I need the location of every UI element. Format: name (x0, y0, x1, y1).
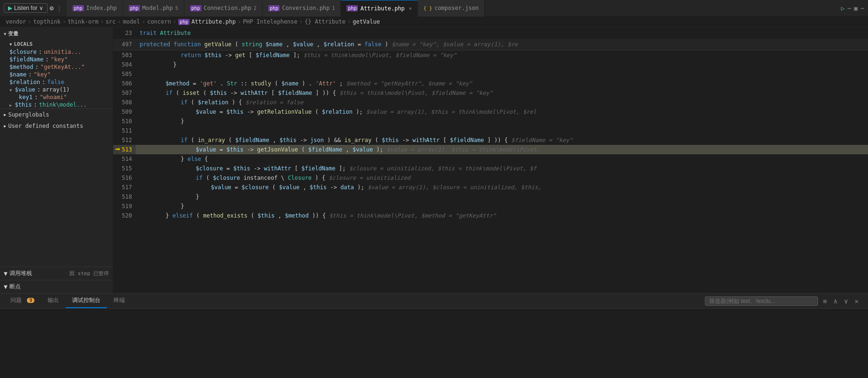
arrow-down-icon: ▼ (4, 32, 6, 36)
bc-attribute-php[interactable]: Attribute.php (191, 18, 236, 25)
var-name-row[interactable]: $name : "key" (0, 71, 113, 78)
var-closure[interactable]: $closure : uninitia... (0, 48, 113, 56)
tab-output[interactable]: 输出 (41, 294, 66, 308)
gutter-506: 506 (113, 79, 136, 88)
var-colon: : (42, 79, 45, 85)
var-fieldname[interactable]: $fieldName : "key" (0, 56, 113, 63)
var-method[interactable]: $method : "getKeyAt..." (0, 63, 113, 71)
split-icon[interactable]: ⋯ (848, 5, 851, 12)
bc-thinkorm[interactable]: think-orm (68, 18, 99, 25)
chevron-down-icon: ∨ (39, 5, 43, 11)
tab-debug-console[interactable]: 调试控制台 (66, 294, 107, 308)
breadcrumb: vendor › topthink › think-orm › src › mo… (0, 17, 868, 27)
bc-concern[interactable]: concern (147, 18, 171, 25)
var-name: $value (15, 86, 35, 93)
content-506: $method = 'get' . Str :: studly ( $name … (136, 79, 868, 88)
var-relation2: $relation (198, 99, 228, 106)
punc-p14: )) { (494, 137, 508, 143)
play-icon: ▶ (8, 5, 12, 11)
code-scroll[interactable]: 503 return $this -> get [ $fieldName ]; … (113, 50, 868, 293)
line-content-497: protected function getValue ( string $na… (136, 40, 868, 49)
layout-icon[interactable]: ▣ (854, 5, 858, 12)
bottom-content (0, 309, 868, 378)
var-value-key1[interactable]: key1 : "whoami" (0, 93, 113, 101)
tab-problems[interactable]: 问题 9 (4, 294, 41, 308)
var-fn5: $fieldName (308, 146, 342, 153)
gear-icon[interactable]: ⚙ (50, 4, 53, 12)
list-icon[interactable]: ≡ (821, 296, 828, 306)
sep6: › (173, 18, 176, 25)
tab-attribute[interactable]: php Attribute.php ✕ (341, 0, 418, 17)
gutter-503: 503 (113, 50, 136, 60)
var-this[interactable]: ▶ $this : think\model... (0, 101, 113, 109)
var-name: $closure (9, 49, 37, 55)
bc-topthink[interactable]: topthink (33, 18, 61, 25)
locals-section-header[interactable]: ▼ Locals (0, 38, 113, 48)
bc-getvalue[interactable]: getValue (353, 18, 380, 25)
content-515: $closure = $this -> withAttr [ $fieldNam… (136, 164, 868, 173)
punc-b4: ] (488, 137, 491, 143)
arrow-right-icon: ▶ (9, 103, 12, 108)
content-509: $value = $this -> getRelationValue ( $re… (136, 107, 868, 117)
bc-vendor[interactable]: vendor (6, 18, 26, 25)
var-value-row[interactable]: ▼ $value : array(1) (0, 86, 113, 93)
arrow-down-icon[interactable]: ∨ (842, 296, 850, 306)
prop-data: data (340, 184, 354, 191)
tab-index[interactable]: php Index.php (67, 0, 123, 17)
arrow-up-icon[interactable]: ∧ (832, 296, 839, 306)
content-519: } (136, 202, 868, 211)
bc-src[interactable]: src (106, 18, 116, 25)
punc-b5: [ (295, 165, 298, 172)
fn-signature-bar: 497 protected function getValue ( string… (113, 39, 868, 50)
bc-attribute-ns[interactable]: {} Attribute (305, 18, 346, 25)
var-method3: $method (285, 212, 309, 219)
var-value4: $value (353, 146, 373, 153)
punc: [ (249, 52, 252, 59)
tab-model[interactable]: php Model.php 5 (123, 0, 184, 17)
run-icon[interactable]: ▷ (841, 5, 845, 12)
gutter-513: ⮕513 (113, 145, 136, 154)
var-this6: $this (382, 137, 399, 143)
tab-composer[interactable]: { } composer.json (418, 0, 485, 17)
more-icon[interactable]: ⋯ (860, 5, 864, 12)
op-backslash: \ (281, 175, 284, 181)
content-508: if ( $relation ) { $relation = false (136, 98, 868, 107)
var-this3: $this (210, 90, 227, 96)
bc-model[interactable]: model (123, 18, 140, 25)
line-content-23: trait Attribute (136, 28, 868, 38)
tab-conversion-label: Conversion.php (282, 5, 330, 11)
tab-problems-label: 问题 (10, 297, 22, 303)
tab-model-badge: 5 (175, 6, 178, 11)
user-constants-header[interactable]: ▶ User defined constants (0, 120, 113, 132)
line-517: 517 $value = $closure ( $value , $this -… (113, 183, 868, 192)
php-icon: php (73, 5, 84, 11)
punc-comma1: , (286, 41, 293, 48)
content-505 (136, 69, 868, 79)
var-fn6: $fieldName (301, 165, 335, 172)
superglobals-label: Superglobals (8, 111, 49, 118)
listen-button[interactable]: ▶ Listen for ∨ (4, 3, 48, 13)
gutter-518: 518 (113, 192, 136, 202)
filter-input[interactable] (705, 296, 818, 306)
tab-conversion[interactable]: php Conversion.php 1 (263, 0, 341, 17)
punc-b2: ] (315, 90, 319, 96)
var-relation[interactable]: $relation : false (0, 78, 113, 86)
superglobals-header[interactable]: ▶ Superglobals (0, 109, 113, 120)
sep4: › (118, 18, 121, 25)
tab-terminal[interactable]: 终端 (107, 294, 132, 308)
hint-507: $this = think\model\Pivot, $fieldName = … (339, 90, 493, 96)
breakpoints-header[interactable]: ▼ 断点 (0, 280, 113, 293)
hint-503: $this = think\model\Pivot, $fieldName = … (303, 52, 456, 59)
line-520: 520 } elseif ( method_exists ( $this , $… (113, 211, 868, 220)
bc-intelephense[interactable]: PHP Intelephense (243, 18, 298, 25)
tab-close-icon[interactable]: ✕ (409, 6, 412, 11)
variables-section-header[interactable]: ▼ 变量 (0, 27, 113, 38)
op-eq: = (357, 41, 364, 48)
tab-connection[interactable]: php Connection.php 2 (184, 0, 263, 17)
punc-p1: ( (275, 80, 278, 87)
punc-open2: { (205, 156, 208, 162)
var-value: array(1) (42, 86, 70, 93)
close-panel-icon[interactable]: ✕ (853, 296, 860, 306)
var-fn2: $fieldName (278, 90, 312, 96)
var-colon: : (45, 56, 49, 63)
